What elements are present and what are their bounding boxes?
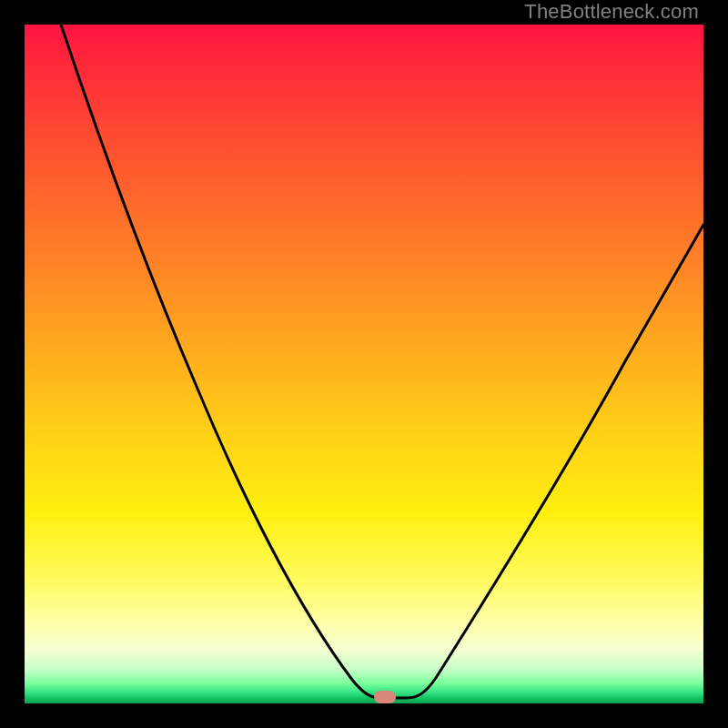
gradient-plot-area	[25, 25, 703, 703]
chart-frame: TheBottleneck.com	[0, 0, 728, 728]
watermark-text: TheBottleneck.com	[524, 0, 699, 24]
